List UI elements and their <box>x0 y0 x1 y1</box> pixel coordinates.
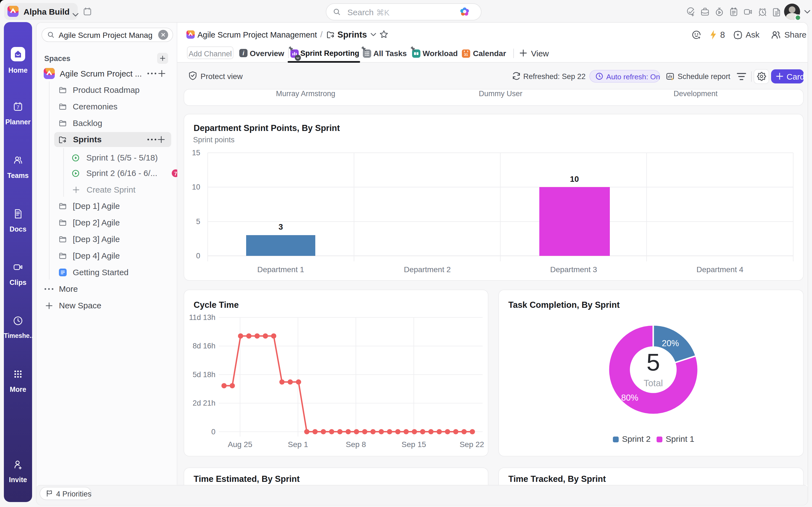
svg-text:5d 18h: 5d 18h <box>193 371 215 379</box>
svg-text:5: 5 <box>647 348 660 376</box>
svg-text:0: 0 <box>196 252 200 260</box>
svg-text:80%: 80% <box>621 393 638 403</box>
svg-text:31: 31 <box>464 53 468 57</box>
svg-text:3: 3 <box>278 222 283 231</box>
svg-text:Sep 15: Sep 15 <box>402 440 426 449</box>
svg-text:8d 16h: 8d 16h <box>193 342 215 350</box>
svg-text:15: 15 <box>192 149 200 157</box>
svg-text:20%: 20% <box>662 338 679 348</box>
svg-text:Department 2: Department 2 <box>404 265 451 274</box>
svg-text:Sep 1: Sep 1 <box>288 440 308 449</box>
svg-text:Sep 22: Sep 22 <box>460 440 484 449</box>
svg-text:11d 13h: 11d 13h <box>189 313 215 322</box>
svg-text:10: 10 <box>570 175 579 183</box>
svg-text:Sprint 1: Sprint 1 <box>666 434 694 443</box>
svg-text:Department 1: Department 1 <box>257 265 304 274</box>
svg-text:Aug 25: Aug 25 <box>228 440 253 449</box>
svg-text:Department 3: Department 3 <box>550 265 597 274</box>
svg-text:Total: Total <box>644 378 663 388</box>
svg-text:5: 5 <box>196 217 200 226</box>
svg-text:Sep 8: Sep 8 <box>346 440 366 449</box>
svg-text:10: 10 <box>192 183 200 191</box>
svg-text:7: 7 <box>16 104 19 110</box>
svg-text:0: 0 <box>211 428 215 436</box>
svg-text:Department 4: Department 4 <box>696 265 744 274</box>
svg-text:2d 21h: 2d 21h <box>193 399 215 407</box>
svg-text:Sprint 2: Sprint 2 <box>622 434 651 443</box>
